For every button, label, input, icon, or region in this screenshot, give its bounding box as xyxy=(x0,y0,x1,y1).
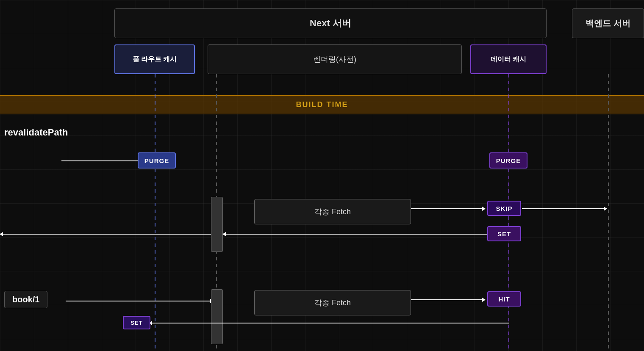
rendering-box: 렌더링(사전) xyxy=(208,44,462,74)
next-server-label: Next 서버 xyxy=(310,17,351,30)
full-route-cache-box: 풀 라우트 캐시 xyxy=(114,44,195,74)
book-label: book/1 xyxy=(4,291,47,308)
fetch-box-1: 각종 Fetch xyxy=(254,199,411,224)
data-cache-label: 데이터 캐시 xyxy=(491,55,526,64)
data-cache-box: 데이터 캐시 xyxy=(470,44,547,74)
build-time-banner: BUILD TIME xyxy=(0,95,644,114)
backend-server-box: 백엔드 서버 xyxy=(572,8,644,38)
purge-button-blue[interactable]: PURGE xyxy=(138,152,176,169)
fetch-label-1: 각종 Fetch xyxy=(314,207,351,217)
set-button[interactable]: SET xyxy=(487,226,521,241)
render-small-box-1 xyxy=(211,197,223,252)
arrow-render-out-left xyxy=(0,234,211,235)
arrow-book-to-render xyxy=(66,301,213,301)
arrow-set-left xyxy=(223,234,487,235)
hit-button[interactable]: HIT xyxy=(487,291,521,307)
full-route-cache-label: 풀 라우트 캐시 xyxy=(133,55,177,64)
set-button-2[interactable]: SET xyxy=(123,316,150,329)
revalidate-path-label: revalidatePath xyxy=(4,127,68,138)
rendering-label: 렌더링(사전) xyxy=(313,54,356,64)
build-time-label: BUILD TIME xyxy=(296,100,348,109)
fetch-label-2: 각종 Fetch xyxy=(314,298,351,308)
arrow-fetch2-to-hit xyxy=(411,299,485,300)
arrow-revalidate-to-purge xyxy=(61,160,150,161)
arrow-skip-right xyxy=(522,208,607,209)
main-container: Next 서버 백엔드 서버 풀 라우트 캐시 렌더링(사전) 데이터 캐시 B… xyxy=(0,0,644,351)
purge-button-purple[interactable]: PURGE xyxy=(489,152,527,169)
fetch-box-2: 각종 Fetch xyxy=(254,290,411,315)
dashed-line-full-route xyxy=(155,74,155,351)
next-server-box: Next 서버 xyxy=(114,8,547,38)
arrow-right-to-set2 xyxy=(149,323,509,323)
skip-button[interactable]: SKIP xyxy=(487,201,521,216)
render-small-box-2 xyxy=(211,289,223,344)
backend-server-label: 백엔드 서버 xyxy=(586,18,630,29)
arrow-fetch1-to-skip xyxy=(411,208,485,209)
dashed-line-backend xyxy=(608,74,609,351)
